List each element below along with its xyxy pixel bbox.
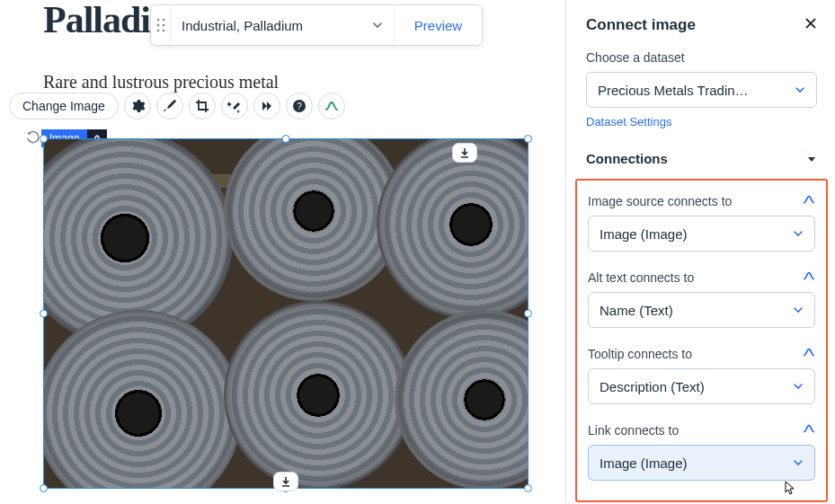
- dataset-select-value: Precious Metals Tradin…: [598, 83, 749, 98]
- category-dropdown[interactable]: Industrial, Palladium: [171, 5, 394, 45]
- resize-handle[interactable]: [524, 484, 532, 492]
- download-icon: [459, 147, 470, 158]
- conn-label: Tooltip connects to: [588, 347, 692, 361]
- chevron-down-icon: [793, 228, 804, 239]
- category-dropdown-value: Industrial, Palladium: [182, 18, 303, 33]
- download-top-button[interactable]: [452, 143, 477, 163]
- resize-handle[interactable]: [524, 135, 532, 143]
- alt-text-select[interactable]: Name (Text): [588, 292, 815, 328]
- preview-button-label: Preview: [414, 18, 462, 33]
- select-value: Image (Image): [600, 226, 688, 242]
- download-icon: [280, 476, 291, 487]
- chevron-down-icon: [795, 84, 805, 95]
- chevron-down-icon: [793, 381, 804, 392]
- help-button[interactable]: ?: [286, 93, 313, 119]
- resize-handle[interactable]: [524, 310, 532, 318]
- image-canvas[interactable]: Image: [43, 129, 529, 489]
- cursor-icon: [783, 481, 797, 495]
- connect-squiggle-icon[interactable]: [803, 422, 815, 438]
- panel-title: Connect image: [586, 16, 696, 34]
- image-source-select[interactable]: Image (Image): [588, 216, 815, 252]
- chevron-down-icon: [793, 305, 804, 315]
- connect-button[interactable]: [318, 93, 345, 119]
- magic-button[interactable]: [221, 93, 248, 119]
- resize-handle[interactable]: [40, 135, 48, 143]
- svg-point-2: [156, 24, 159, 27]
- select-value: Image (Image): [600, 455, 688, 471]
- brush-icon: [163, 99, 177, 113]
- tooltip-select[interactable]: Description (Text): [588, 368, 815, 404]
- change-image-label: Change Image: [22, 99, 105, 113]
- conn-label: Link connects to: [588, 423, 679, 438]
- drag-handle-icon[interactable]: [151, 5, 171, 45]
- svg-point-5: [162, 30, 164, 32]
- svg-point-0: [156, 19, 159, 22]
- close-button[interactable]: [804, 17, 817, 33]
- select-value: Name (Text): [600, 303, 673, 318]
- link-select[interactable]: Image (Image): [588, 445, 815, 481]
- download-bottom-button[interactable]: [273, 472, 298, 491]
- svg-point-4: [156, 30, 159, 32]
- close-icon: [804, 17, 817, 30]
- page-subtitle: Rare and lustrous precious metal: [43, 72, 279, 93]
- connect-image-panel: Connect image Choose a dataset Precious …: [565, 0, 835, 504]
- chevron-down-icon: [372, 20, 383, 31]
- conn-label: Alt text connects to: [588, 270, 694, 285]
- editor-canvas-area: Palladium Industrial, Palladium Preview …: [0, 0, 565, 504]
- svg-point-3: [162, 24, 164, 27]
- change-image-button[interactable]: Change Image: [9, 93, 119, 119]
- dataset-select[interactable]: Precious Metals Tradin…: [586, 72, 817, 108]
- chevron-down-icon: [793, 457, 804, 468]
- dataset-settings-link[interactable]: Dataset Settings: [586, 115, 671, 128]
- svg-text:?: ?: [297, 102, 302, 111]
- crop-icon: [195, 99, 209, 113]
- connect-squiggle-icon[interactable]: [803, 193, 815, 208]
- connections-header-label: Connections: [586, 151, 668, 166]
- connections-header[interactable]: Connections: [586, 151, 817, 166]
- connect-squiggle-icon[interactable]: [803, 270, 815, 285]
- connections-highlight: Image source connects to Image (Image) A…: [575, 179, 828, 502]
- animation-button[interactable]: [253, 93, 280, 119]
- gear-icon: [130, 99, 145, 113]
- image-selection-frame[interactable]: [43, 138, 529, 489]
- floating-toolbar: Industrial, Palladium Preview: [150, 4, 483, 46]
- image-placeholder: [44, 139, 528, 488]
- caret-down-icon: [806, 154, 817, 164]
- question-icon: ?: [292, 99, 306, 113]
- brush-button[interactable]: [156, 93, 183, 119]
- select-value: Description (Text): [600, 379, 705, 394]
- conn-label: Image source connects to: [588, 194, 732, 208]
- connect-squiggle-icon[interactable]: [803, 346, 815, 361]
- image-toolbar: Change Image ?: [9, 93, 345, 119]
- resize-handle[interactable]: [282, 135, 290, 143]
- magic-wand-icon: [227, 99, 242, 113]
- settings-button[interactable]: [124, 93, 151, 119]
- animation-icon: [260, 99, 274, 113]
- choose-dataset-label: Choose a dataset: [586, 50, 817, 65]
- preview-button[interactable]: Preview: [394, 5, 482, 45]
- svg-point-1: [162, 19, 164, 22]
- crop-button[interactable]: [189, 93, 216, 119]
- resize-handle[interactable]: [40, 310, 48, 318]
- connect-squiggle-icon: [324, 99, 339, 113]
- resize-handle[interactable]: [40, 484, 48, 492]
